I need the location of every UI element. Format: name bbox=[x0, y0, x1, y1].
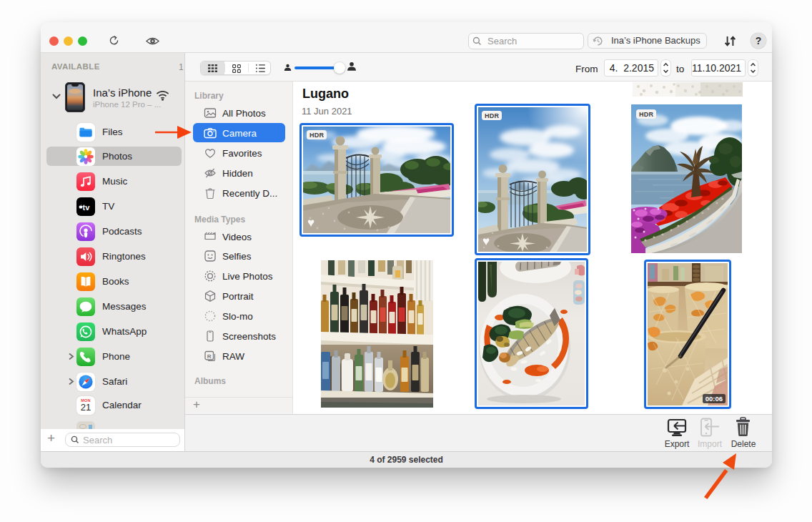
svg-text:tv: tv bbox=[83, 203, 91, 212]
svg-text:R: R bbox=[207, 353, 212, 360]
